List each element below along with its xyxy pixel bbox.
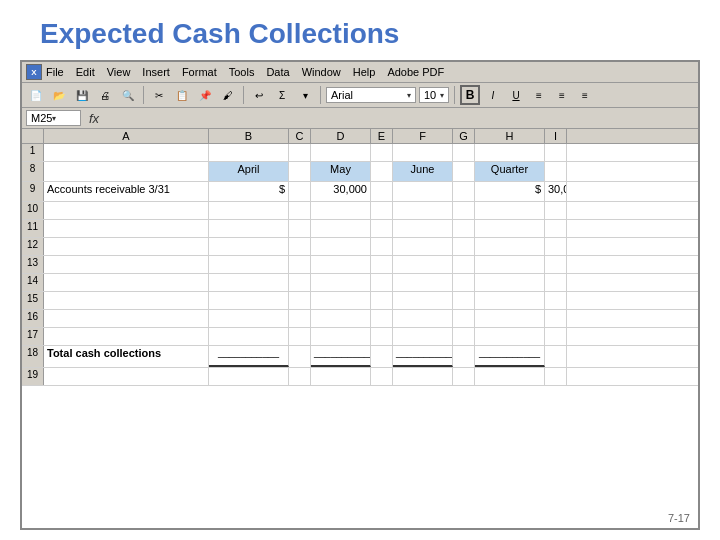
cell-14-I[interactable] [545,274,567,291]
cell-15-B[interactable] [209,292,289,309]
cell-9-D-amount[interactable]: 30,000 [311,182,371,201]
cell-15-C[interactable] [289,292,311,309]
col-header-F[interactable]: F [393,129,453,143]
cell-16-G[interactable] [453,310,475,327]
cell-17-B[interactable] [209,328,289,345]
cell-19-D[interactable] [311,368,371,385]
cell-18-D-underline[interactable]: ___________ [311,346,371,367]
cell-13-H[interactable] [475,256,545,273]
cell-9-E[interactable] [371,182,393,201]
cell-15-E[interactable] [371,292,393,309]
cell-12-D[interactable] [311,238,371,255]
sigma-button[interactable]: Σ [272,85,292,105]
cell-14-G[interactable] [453,274,475,291]
cell-9-A-label[interactable]: Accounts receivable 3/31 [44,182,209,201]
cell-19-A[interactable] [44,368,209,385]
save-button[interactable]: 💾 [72,85,92,105]
new-button[interactable]: 📄 [26,85,46,105]
cell-9-F[interactable] [393,182,453,201]
cell-8-G[interactable] [453,162,475,181]
col-header-E[interactable]: E [371,129,393,143]
cell-16-B[interactable] [209,310,289,327]
cell-11-E[interactable] [371,220,393,237]
cell-11-A[interactable] [44,220,209,237]
cell-19-E[interactable] [371,368,393,385]
cell-10-C[interactable] [289,202,311,219]
cell-16-F[interactable] [393,310,453,327]
cell-14-F[interactable] [393,274,453,291]
menu-view[interactable]: View [105,66,133,78]
cell-15-F[interactable] [393,292,453,309]
col-header-H[interactable]: H [475,129,545,143]
cell-18-I[interactable] [545,346,567,367]
cell-1-A[interactable] [44,144,209,161]
cell-9-G[interactable] [453,182,475,201]
cell-14-B[interactable] [209,274,289,291]
copy-button[interactable]: 📋 [172,85,192,105]
cell-17-D[interactable] [311,328,371,345]
cell-8-B-april[interactable]: April [209,162,289,181]
cut-button[interactable]: ✂ [149,85,169,105]
cell-15-A[interactable] [44,292,209,309]
cell-13-D[interactable] [311,256,371,273]
cell-13-E[interactable] [371,256,393,273]
cell-18-B-underline[interactable]: ___________ [209,346,289,367]
cell-11-C[interactable] [289,220,311,237]
cell-16-E[interactable] [371,310,393,327]
align-center-button[interactable]: ≡ [552,85,572,105]
cell-15-I[interactable] [545,292,567,309]
col-header-A[interactable]: A [44,129,209,143]
align-left-button[interactable]: ≡ [529,85,549,105]
cell-12-C[interactable] [289,238,311,255]
cell-12-H[interactable] [475,238,545,255]
open-button[interactable]: 📂 [49,85,69,105]
cell-17-C[interactable] [289,328,311,345]
cell-11-I[interactable] [545,220,567,237]
cell-13-C[interactable] [289,256,311,273]
cell-1-C[interactable] [289,144,311,161]
cell-17-H[interactable] [475,328,545,345]
cell-1-B[interactable] [209,144,289,161]
cell-16-H[interactable] [475,310,545,327]
italic-button[interactable]: I [483,85,503,105]
cell-14-H[interactable] [475,274,545,291]
cell-10-G[interactable] [453,202,475,219]
cell-14-E[interactable] [371,274,393,291]
cell-10-H[interactable] [475,202,545,219]
undo-button[interactable]: ↩ [249,85,269,105]
cell-8-A[interactable] [44,162,209,181]
menu-data[interactable]: Data [264,66,291,78]
cell-17-E[interactable] [371,328,393,345]
cell-8-D-may[interactable]: May [311,162,371,181]
cell-8-F-june[interactable]: June [393,162,453,181]
menu-window[interactable]: Window [300,66,343,78]
cell-1-H[interactable] [475,144,545,161]
cell-8-E[interactable] [371,162,393,181]
cell-8-H-quarter[interactable]: Quarter [475,162,545,181]
cell-10-I[interactable] [545,202,567,219]
col-header-I[interactable]: I [545,129,567,143]
bold-button[interactable]: B [460,85,480,105]
cell-19-B[interactable] [209,368,289,385]
menu-file[interactable]: File [44,66,66,78]
cell-17-G[interactable] [453,328,475,345]
cell-18-F-underline[interactable]: ___________ [393,346,453,367]
col-header-C[interactable]: C [289,129,311,143]
menu-insert[interactable]: Insert [140,66,172,78]
cell-9-C[interactable] [289,182,311,201]
cell-1-F[interactable] [393,144,453,161]
font-dropdown[interactable]: Arial ▾ [326,87,416,103]
cell-1-G[interactable] [453,144,475,161]
cell-1-E[interactable] [371,144,393,161]
cell-17-F[interactable] [393,328,453,345]
sort-asc-button[interactable]: ▾ [295,85,315,105]
col-header-B[interactable]: B [209,129,289,143]
cell-9-B-dollar[interactable]: $ [209,182,289,201]
cell-19-I[interactable] [545,368,567,385]
cell-8-C[interactable] [289,162,311,181]
menu-format[interactable]: Format [180,66,219,78]
menu-adobe[interactable]: Adobe PDF [385,66,446,78]
cell-19-H[interactable] [475,368,545,385]
cell-12-I[interactable] [545,238,567,255]
cell-9-H-dollar2[interactable]: $ [475,182,545,201]
